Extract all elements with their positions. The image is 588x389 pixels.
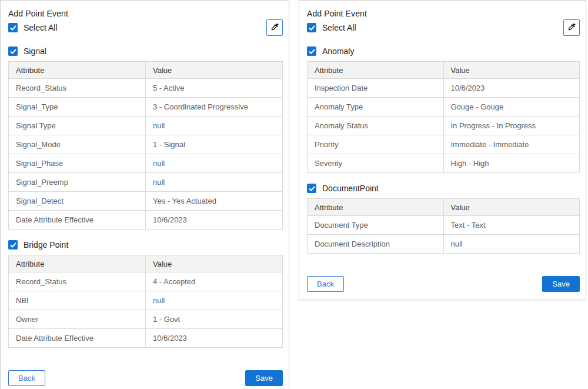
value-cell: Immediate - Immediate	[443, 135, 580, 154]
value-cell: 10/6/2023	[443, 79, 580, 98]
table-row: Anomaly TypeGouge - Gouge	[308, 98, 580, 117]
table-row: Inspection Date10/6/2023	[308, 79, 580, 98]
documentpoint-checkbox[interactable]	[307, 184, 316, 193]
attribute-cell: Record_Status	[9, 272, 146, 291]
eyedropper-icon	[270, 22, 279, 33]
signal-checkbox[interactable]	[8, 46, 18, 56]
bridge-point-checkbox[interactable]	[8, 240, 18, 250]
select-all-group: Select All	[307, 23, 356, 32]
add-point-event-panel-right: Add Point Event Select All Anomaly Attri…	[299, 0, 586, 300]
footer-right: Back Save	[307, 276, 580, 292]
table-row: Signal_Mode1 - Signal	[9, 135, 283, 154]
anomaly-checkbox[interactable]	[307, 46, 316, 56]
value-cell: 1 - Signal	[146, 135, 283, 154]
table-row: Anomaly StatusIn Progress - In Progress	[308, 117, 580, 135]
attribute-cell: Date Attribute Effective	[9, 211, 146, 230]
attribute-cell: Anomaly Type	[308, 98, 444, 117]
page-title: Add Point Event	[307, 8, 580, 19]
column-header: Attribute	[9, 62, 146, 79]
eyedropper-button[interactable]	[266, 19, 283, 36]
attribute-cell: Inspection Date	[308, 79, 444, 98]
attribute-cell: Signal_Detect	[9, 192, 146, 211]
save-button[interactable]: Save	[542, 276, 580, 292]
value-cell: In Progress - In Progress	[443, 117, 580, 135]
attribute-cell: Signal Type	[9, 117, 146, 135]
value-cell: Yes - Yes Actuated	[146, 192, 283, 211]
table-row: SeverityHigh - High	[308, 154, 580, 173]
checkmark-icon	[10, 25, 16, 31]
select-all-checkbox[interactable]	[8, 23, 18, 32]
signal-label[interactable]: Signal	[24, 46, 46, 56]
attribute-cell: Signal_Type	[9, 98, 146, 117]
value-cell: 10/6/2023	[146, 211, 283, 230]
table-row: NBInull	[9, 291, 283, 310]
select-all-row: Select All	[307, 19, 580, 36]
table-row: Signal Typenull	[9, 117, 283, 135]
table-row: Document Descriptionnull	[308, 235, 580, 254]
table-row: Date Attribute Effective10/6/2023	[9, 211, 283, 230]
table-header-row: AttributeValue	[9, 255, 283, 272]
attribute-cell: Date Attribute Effective	[9, 329, 146, 348]
attribute-cell: Document Type	[308, 216, 444, 235]
documentpoint-attribute-table: AttributeValueDocument TypeText - TextDo…	[307, 198, 580, 254]
checkmark-icon	[309, 49, 315, 54]
attribute-cell: Priority	[308, 135, 444, 154]
value-cell: 4 - Accepted	[146, 272, 283, 291]
bridge-point-label[interactable]: Bridge Point	[24, 240, 68, 250]
section-header-bridge-point: Bridge Point	[8, 238, 283, 251]
column-header: Value	[146, 62, 283, 79]
table-header-row: AttributeValue	[308, 62, 580, 79]
checkmark-icon	[309, 25, 315, 31]
save-button[interactable]: Save	[245, 370, 283, 386]
section-header-documentpoint: DocumentPoint	[307, 182, 580, 195]
table-row: Signal_Type3 - Coordinated Progressive	[9, 98, 283, 117]
value-cell: null	[146, 173, 283, 192]
value-cell: 3 - Coordinated Progressive	[146, 98, 283, 117]
attribute-cell: Signal_Phase	[9, 154, 146, 173]
section-header-anomaly: Anomaly	[307, 45, 580, 58]
section-header-signal: Signal	[8, 45, 283, 58]
back-button[interactable]: Back	[8, 370, 45, 386]
value-cell: null	[443, 235, 580, 254]
attribute-cell: Anomaly Status	[308, 117, 444, 135]
value-cell: High - High	[443, 154, 580, 173]
table-header-row: AttributeValue	[9, 62, 283, 79]
attribute-cell: NBI	[9, 291, 146, 310]
page: Add Point Event Select All Signal Attrib…	[0, 0, 588, 389]
select-all-label[interactable]: Select All	[24, 23, 58, 32]
value-cell: Text - Text	[443, 216, 580, 235]
value-cell: null	[146, 117, 283, 135]
documentpoint-label[interactable]: DocumentPoint	[322, 184, 379, 193]
value-cell: Gouge - Gouge	[443, 98, 580, 117]
page-title: Add Point Event	[8, 8, 283, 19]
column-header: Value	[443, 199, 580, 216]
signal-attribute-table: AttributeValueRecord_Status5 - ActiveSig…	[8, 61, 283, 230]
column-header: Value	[443, 62, 580, 79]
table-row: Record_Status4 - Accepted	[9, 272, 283, 291]
attribute-cell: Owner	[9, 310, 146, 329]
column-header: Attribute	[9, 255, 146, 272]
anomaly-attribute-table: AttributeValueInspection Date10/6/2023An…	[307, 61, 580, 173]
back-button[interactable]: Back	[307, 276, 344, 292]
value-cell: 1 - Govt	[146, 310, 283, 329]
value-cell: null	[146, 291, 283, 310]
value-cell: null	[146, 154, 283, 173]
checkmark-icon	[10, 49, 16, 54]
bridge-point-attribute-table: AttributeValueRecord_Status4 - AcceptedN…	[8, 255, 283, 348]
table-row: PriorityImmediate - Immediate	[308, 135, 580, 154]
table-row: Signal_Preempnull	[9, 173, 283, 192]
eyedropper-button[interactable]	[563, 19, 580, 36]
anomaly-label[interactable]: Anomaly	[322, 46, 354, 56]
table-row: Record_Status5 - Active	[9, 79, 283, 98]
select-all-label[interactable]: Select All	[322, 23, 356, 32]
column-header: Attribute	[308, 199, 444, 216]
column-header: Value	[146, 255, 283, 272]
table-header-row: AttributeValue	[308, 199, 580, 216]
checkmark-icon	[309, 186, 315, 191]
attribute-cell: Record_Status	[9, 79, 146, 98]
attribute-cell: Severity	[308, 154, 444, 173]
select-all-group: Select All	[8, 23, 58, 32]
select-all-row: Select All	[8, 19, 283, 36]
table-row: Document TypeText - Text	[308, 216, 580, 235]
select-all-checkbox[interactable]	[307, 23, 316, 32]
